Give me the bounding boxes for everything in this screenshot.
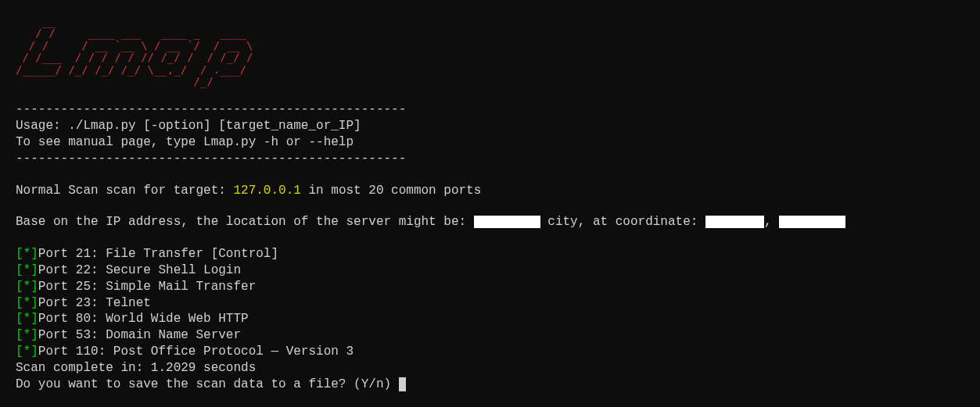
scan-complete-text: Scan complete in: 1.2029 seconds (16, 360, 964, 377)
port-open-marker: [*] (16, 296, 38, 310)
location-city-label: city, at coordinate: (540, 215, 705, 229)
port-text: Port 21: File Transfer [Control] (38, 247, 278, 261)
port-open-marker: [*] (16, 280, 38, 294)
port-text: Port 110: Post Office Protocol — Version… (38, 345, 354, 359)
scan-prefix: Normal Scan scan for target: (16, 184, 233, 198)
port-text: Port 23: Telnet (38, 296, 151, 310)
port-text: Port 25: Simple Mail Transfer (38, 280, 256, 294)
port-result-line: [*]Port 21: File Transfer [Control] (16, 246, 964, 262)
divider-bottom: ----------------------------------------… (16, 151, 964, 167)
port-text: Port 53: Domain Name Server (38, 328, 241, 342)
target-ip: 127.0.0.1 (233, 184, 300, 198)
location-line: Base on the IP address, the location of … (16, 214, 964, 230)
port-result-line: [*]Port 80: World Wide Web HTTP (16, 311, 964, 327)
port-result-line: [*]Port 25: Simple Mail Transfer (16, 279, 964, 295)
divider-top: ----------------------------------------… (16, 102, 964, 118)
save-prompt-text: Do you want to save the scan data to a f… (16, 377, 399, 391)
help-text: To see manual page, type Lmap.py -h or -… (16, 134, 964, 151)
location-prefix: Base on the IP address, the location of … (16, 215, 474, 229)
scan-suffix: in most 20 common ports (301, 184, 481, 198)
scan-target-line: Normal Scan scan for target: 127.0.0.1 i… (16, 183, 964, 199)
port-result-line: [*]Port 22: Secure Shell Login (16, 262, 964, 279)
port-open-marker: [*] (16, 263, 38, 277)
redacted-city (474, 216, 540, 228)
lmap-ascii-logo: __ / / ____ ___ ____ _ ____ / / / __ `__… (16, 16, 964, 87)
port-result-line: [*]Port 23: Telnet (16, 295, 964, 312)
port-result-line: [*]Port 110: Post Office Protocol — Vers… (16, 344, 964, 360)
port-open-marker: [*] (16, 328, 38, 342)
port-result-line: [*]Port 53: Domain Name Server (16, 327, 964, 344)
port-text: Port 80: World Wide Web HTTP (38, 312, 249, 326)
port-open-marker: [*] (16, 312, 38, 326)
redacted-coord-1 (705, 216, 764, 228)
redacted-coord-2 (779, 216, 845, 228)
port-open-marker: [*] (16, 247, 38, 261)
usage-text: Usage: ./Lmap.py [-option] [target_name_… (16, 118, 964, 134)
save-prompt-line[interactable]: Do you want to save the scan data to a f… (16, 377, 964, 393)
location-comma: , (764, 215, 779, 229)
terminal-cursor (399, 377, 406, 391)
port-text: Port 22: Secure Shell Login (38, 263, 241, 277)
port-open-marker: [*] (16, 345, 38, 359)
